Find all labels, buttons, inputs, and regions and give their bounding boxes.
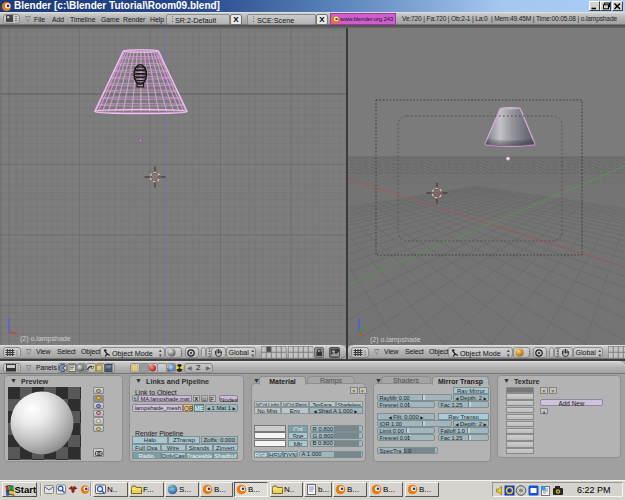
svg-text:(2) o.lampshade: (2) o.lampshade [20, 335, 71, 343]
svg-text:(2) o.lampshade: (2) o.lampshade [370, 336, 421, 344]
